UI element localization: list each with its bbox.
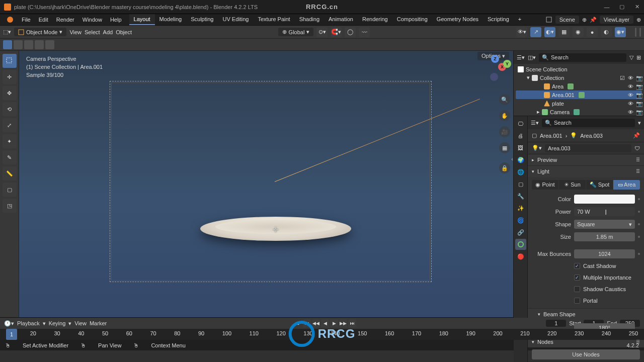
tab-output-icon[interactable]: 🖨 — [515, 130, 526, 141]
menu-select[interactable]: Select — [85, 29, 100, 35]
tab-physics-icon[interactable]: 🌀 — [515, 215, 526, 226]
light-type-sun[interactable]: ☀ Sun — [559, 180, 586, 190]
autokey-icon[interactable]: ● — [296, 320, 300, 326]
minimize-button[interactable]: — — [604, 4, 610, 10]
pause-icon-2[interactable] — [639, 28, 641, 37]
tool-add-cube[interactable]: ▢ — [3, 183, 17, 197]
select-mode-1-icon[interactable] — [14, 40, 23, 49]
tab-layout[interactable]: Layout — [129, 14, 155, 25]
render-icon[interactable]: 📷 — [636, 83, 642, 89]
eye-icon[interactable]: 👁 — [628, 109, 634, 115]
camera-view-icon[interactable]: 🎥 — [499, 126, 510, 137]
tab-add[interactable]: + — [514, 14, 526, 25]
panel-preview-header[interactable]: ▸Preview⠿ — [528, 154, 644, 165]
tab-geonodes[interactable]: Geometry Nodes — [432, 14, 483, 25]
tool-transform[interactable]: ✦ — [3, 134, 17, 148]
axis-z-icon[interactable]: Z — [491, 55, 499, 63]
bounces-field[interactable]: 1024 — [574, 249, 635, 258]
pin-icon[interactable]: 📌 — [633, 132, 640, 139]
render-icon[interactable]: 📷 — [636, 92, 642, 98]
lock-icon[interactable]: 🔒 — [499, 162, 510, 173]
scene-icon[interactable] — [545, 16, 552, 23]
outliner-item-area001[interactable]: Area.001 👁📷 — [516, 90, 642, 99]
menu-playback[interactable]: Playback — [17, 320, 40, 326]
color-field[interactable] — [574, 195, 635, 204]
eye-icon[interactable]: 👁 — [628, 75, 634, 81]
axis-neg-icon[interactable] — [490, 73, 498, 81]
jump-end-icon[interactable]: ⏭ — [348, 319, 356, 327]
menu-add[interactable]: Add — [103, 29, 113, 35]
tab-animation[interactable]: Animation — [324, 14, 358, 25]
tab-modifier-icon[interactable]: 🔧 — [515, 191, 526, 202]
scene-new-icon[interactable]: ⊕ — [582, 17, 587, 23]
select-mode-4-icon[interactable] — [45, 40, 54, 49]
xray-icon[interactable]: ▦ — [558, 27, 570, 37]
light-type-point[interactable]: ◉ Point — [532, 180, 558, 190]
select-mode-3-icon[interactable] — [35, 40, 44, 49]
chk-portal[interactable] — [574, 298, 580, 304]
tab-scripting[interactable]: Scripting — [483, 14, 514, 25]
datablock-name[interactable]: Area.003 — [545, 144, 631, 152]
orientation-select[interactable]: ⊕Global▾ — [278, 28, 314, 36]
scene-pin-icon[interactable]: 📌 — [590, 17, 597, 23]
crumb-obj[interactable]: Area.001 — [540, 133, 562, 139]
tab-compositing[interactable]: Compositing — [392, 14, 432, 25]
plate-mesh[interactable]: ✛ — [200, 217, 351, 252]
tab-scene-icon[interactable]: 🌍 — [515, 154, 526, 165]
menu-help[interactable]: Help — [107, 15, 125, 24]
jump-start-icon[interactable]: ⏮ — [303, 319, 311, 327]
use-nodes-button[interactable]: Use Nodes — [532, 349, 640, 359]
menu-keying[interactable]: Keying — [49, 320, 66, 326]
tab-render-icon[interactable]: 🖵 — [515, 118, 526, 129]
pause-icon[interactable] — [635, 28, 636, 37]
menu-object[interactable]: Object — [116, 29, 132, 35]
outliner-type-icon[interactable]: ☰▾ — [517, 54, 525, 61]
chk-cast-shadow[interactable]: ✓ — [574, 263, 580, 269]
outliner-collection[interactable]: ▾ Collection ☑👁📷 — [516, 73, 642, 82]
eye-icon[interactable]: 👁 — [628, 92, 634, 98]
shield-icon[interactable]: 🛡 — [634, 145, 640, 151]
props-search[interactable]: 🔍 Search — [542, 119, 635, 127]
overlay-toggle-icon[interactable]: ◐▾ — [544, 27, 555, 37]
chk-multiple-importance[interactable]: ✓ — [574, 275, 580, 281]
new-collection-icon[interactable]: ⊞ — [636, 54, 641, 61]
menu-marker[interactable]: Marker — [90, 320, 107, 326]
outliner-mode-icon[interactable]: ◫▾ — [528, 54, 536, 61]
editor-type-icon[interactable]: ⬚▾ — [3, 29, 11, 35]
curve-icon[interactable]: 〰 — [359, 27, 370, 37]
render-icon[interactable]: 📷 — [636, 101, 642, 107]
tool-cursor[interactable]: ✛ — [3, 70, 17, 84]
light-type-area[interactable]: ▭ Area — [613, 180, 640, 190]
outliner-search[interactable]: 🔍 Search — [539, 53, 626, 62]
data-icon[interactable]: 💡▾ — [532, 145, 542, 151]
shade-matprev-icon[interactable]: ◐ — [601, 27, 612, 37]
menu-tl-view[interactable]: View — [74, 320, 87, 326]
tab-material-icon[interactable]: 🔴 — [515, 251, 526, 262]
npanel-toggle-icon[interactable]: ‹ — [510, 151, 513, 166]
shape-select[interactable]: Square▾ — [574, 220, 635, 229]
shade-wire-icon[interactable]: ◉ — [573, 27, 584, 37]
pan-icon[interactable]: ✋ — [499, 110, 510, 121]
menu-edit[interactable]: Edit — [35, 15, 52, 24]
pivot-icon[interactable]: ⊙▾ — [316, 27, 328, 37]
menu-view[interactable]: View — [69, 29, 82, 35]
menu-window[interactable]: Window — [79, 15, 106, 24]
props-opts-icon[interactable]: ▾ — [638, 120, 641, 126]
play-rev-icon[interactable]: ◀ — [321, 319, 329, 327]
axis-y-icon[interactable]: Y — [503, 60, 511, 68]
anim-dot[interactable] — [638, 223, 640, 225]
close-button[interactable]: ✕ — [634, 4, 640, 10]
scene-dropdown[interactable]: Scene — [555, 16, 579, 24]
tool-scale[interactable]: ⤢ — [3, 118, 17, 132]
render-icon[interactable]: 📷 — [636, 109, 642, 115]
eye-icon[interactable]: 👁 — [628, 83, 634, 89]
props-type-icon[interactable]: ☰▾ — [531, 120, 539, 126]
shade-solid-icon[interactable]: ● — [587, 27, 598, 37]
tool-add-other[interactable]: ◳ — [3, 199, 17, 213]
anim-dot[interactable] — [638, 211, 640, 213]
panel-light-header[interactable]: ▾Light⠿ — [528, 166, 644, 177]
outliner-item-plate[interactable]: plate 👁📷 — [516, 99, 642, 108]
shade-render-icon[interactable]: ◉▾ — [615, 27, 626, 37]
tab-data-icon[interactable] — [515, 239, 526, 250]
anim-dot[interactable] — [638, 198, 640, 200]
